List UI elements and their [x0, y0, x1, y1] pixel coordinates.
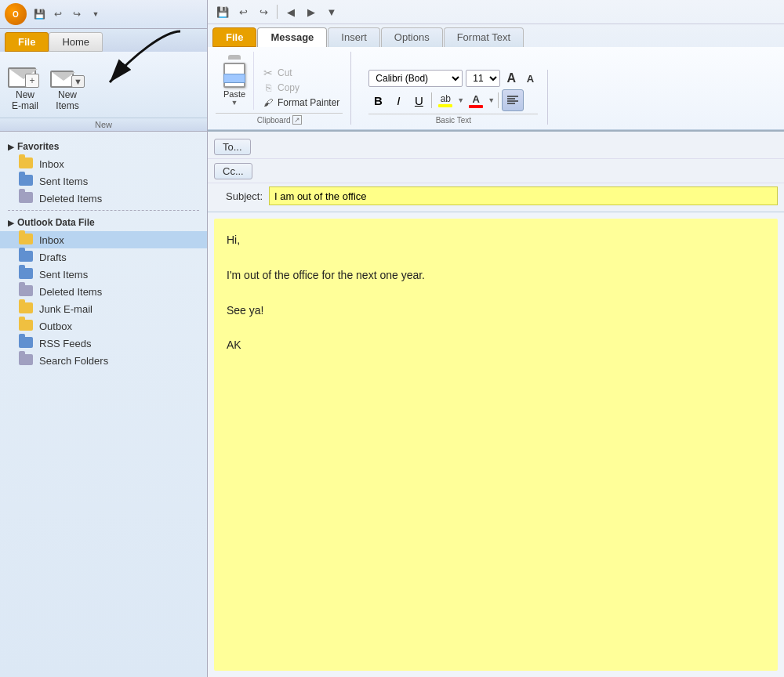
outlook-search-folders[interactable]: Search Folders — [0, 352, 207, 369]
tab-format-text[interactable]: Format Text — [444, 27, 524, 47]
outlook-deleted-icon — [19, 285, 34, 298]
cc-button[interactable]: Cc... — [214, 163, 252, 179]
outlook-search-label: Search Folders — [39, 355, 108, 367]
outlook-rss-icon — [19, 337, 34, 349]
font-separator — [431, 92, 432, 108]
tab-file[interactable]: File — [212, 27, 256, 47]
outlook-rss-feeds[interactable]: RSS Feeds — [0, 335, 207, 352]
favorites-deleted-items[interactable]: Deleted Items — [0, 190, 207, 207]
message-line-4: AK — [227, 336, 765, 353]
outlook-drafts-icon — [19, 251, 34, 263]
copy-button[interactable]: ⎘ Copy — [259, 81, 343, 95]
undo-icon[interactable]: ↩ — [234, 3, 252, 20]
compose-tabs: File Message Insert Options Format Text — [208, 24, 784, 47]
deleted-items-folder-icon — [19, 192, 34, 205]
compose-fields: To... Cc... Subject: — [208, 132, 784, 212]
to-field-row: To... — [208, 135, 784, 159]
message-line-3: See ya! — [227, 302, 765, 319]
undo-quick-btn[interactable]: ↩ — [50, 6, 66, 22]
quick-access-toolbar: 💾 ↩ ↪ ▼ — [31, 6, 103, 22]
favorites-sent-items[interactable]: Sent Items — [0, 172, 207, 190]
outlook-junk-label: Junk E-mail — [39, 303, 93, 315]
sidebar-nav: ▶ Favorites Inbox Sent Items Deleted Ite… — [0, 132, 207, 677]
new-buttons-section: + NewE-mail ▼ NewNew ItemsItems — [0, 52, 207, 118]
compose-toolbar-top: 💾 ↩ ↪ ◀ ▶ ▼ — [208, 0, 784, 24]
dropdown-quick-btn[interactable]: ▼ — [88, 6, 103, 22]
bold-button[interactable]: B — [368, 91, 387, 110]
outlook-inbox[interactable]: Inbox — [0, 231, 207, 248]
outlook-junk-email[interactable]: Junk E-mail — [0, 300, 207, 317]
sidebar-file-tab[interactable]: File — [5, 32, 49, 52]
new-items-button[interactable]: ▼ NewNew ItemsItems — [50, 58, 85, 111]
basic-text-group-title: Basic Text — [368, 114, 538, 125]
highlight-dropdown[interactable]: ▼ — [457, 96, 464, 104]
favorites-header[interactable]: ▶ Favorites — [0, 138, 207, 155]
cut-label: Cut — [278, 67, 292, 78]
clipboard-expand-btn[interactable]: ↗ — [292, 115, 302, 125]
prev-icon[interactable]: ◀ — [282, 3, 299, 20]
highlight-color-button[interactable]: ab — [435, 92, 456, 109]
outlook-data-file-triangle: ▶ — [8, 219, 14, 227]
subject-row: Subject: — [208, 183, 784, 208]
favorites-inbox-label: Inbox — [39, 158, 64, 170]
format-painter-label: Format Painter — [278, 97, 339, 108]
message-line-2: I'm out of the office for the next one y… — [227, 266, 765, 284]
align-left-button[interactable] — [502, 89, 524, 111]
outlook-search-icon — [19, 354, 34, 367]
toolbar-separator — [277, 5, 278, 19]
email-compose-area: 💾 ↩ ↪ ◀ ▶ ▼ File Message Insert Options … — [208, 0, 784, 677]
outlook-data-file-header[interactable]: ▶ Outlook Data File — [0, 214, 207, 231]
font-color-dropdown[interactable]: ▼ — [488, 96, 495, 104]
underline-button[interactable]: U — [409, 91, 428, 110]
outlook-sent-items[interactable]: Sent Items — [0, 266, 207, 283]
cc-input[interactable] — [259, 162, 778, 179]
subject-input[interactable] — [269, 186, 778, 205]
outlook-deleted-label: Deleted Items — [39, 286, 102, 298]
favorites-sent-label: Sent Items — [39, 176, 88, 187]
font-family-select[interactable]: Calibri (Bod) — [368, 70, 463, 87]
tab-insert[interactable]: Insert — [328, 27, 380, 47]
font-color-button[interactable]: A — [466, 92, 486, 110]
tab-message[interactable]: Message — [257, 27, 327, 47]
copy-label: Copy — [278, 82, 299, 93]
outlook-outbox-label: Outbox — [39, 320, 72, 332]
font-size-select[interactable]: 11 — [466, 70, 500, 87]
new-email-button[interactable]: + NewE-mail — [8, 58, 42, 111]
font-grow-button[interactable]: A — [503, 71, 519, 86]
cc-field-row: Cc... — [208, 159, 784, 183]
favorites-deleted-label: Deleted Items — [39, 193, 102, 205]
new-email-label: NewE-mail — [12, 89, 38, 111]
new-items-label: NewNew ItemsItems — [56, 89, 78, 111]
save-icon[interactable]: 💾 — [214, 3, 231, 20]
redo-icon[interactable]: ↪ — [255, 3, 272, 20]
sidebar-home-tab[interactable]: Home — [49, 32, 103, 52]
next-icon[interactable]: ▶ — [303, 3, 320, 20]
compose-ribbon: Paste ▼ ✂ Cut — [208, 47, 784, 130]
to-input[interactable] — [257, 138, 778, 155]
format-painter-button[interactable]: 🖌 Format Painter — [259, 96, 343, 110]
outlook-inbox-icon — [19, 234, 34, 246]
redo-quick-btn[interactable]: ↪ — [69, 6, 85, 22]
favorites-inbox[interactable]: Inbox — [0, 155, 207, 172]
tab-options[interactable]: Options — [381, 27, 443, 47]
outlook-outbox-icon — [19, 320, 34, 332]
outlook-sent-label: Sent Items — [39, 269, 88, 281]
favorites-triangle: ▶ — [8, 143, 14, 151]
italic-button[interactable]: I — [389, 91, 408, 110]
outlook-rss-label: RSS Feeds — [39, 338, 91, 349]
to-button[interactable]: To... — [214, 139, 251, 155]
outlook-drafts[interactable]: Drafts — [0, 248, 207, 266]
save-quick-btn[interactable]: 💾 — [31, 6, 47, 22]
message-body[interactable]: Hi, I'm out of the office for the next o… — [214, 219, 778, 671]
paste-button[interactable]: Paste ▼ — [216, 52, 254, 110]
outlook-sent-icon — [19, 268, 34, 281]
copy-icon: ⎘ — [262, 81, 274, 94]
office-orb[interactable]: O — [5, 3, 27, 25]
nav-separator-1 — [8, 210, 199, 211]
more-icon[interactable]: ▼ — [323, 3, 340, 20]
cut-button[interactable]: ✂ Cut — [259, 66, 343, 80]
font-shrink-button[interactable]: A — [522, 71, 538, 86]
outlook-inbox-label: Inbox — [39, 234, 64, 246]
outlook-deleted-items[interactable]: Deleted Items — [0, 283, 207, 300]
outlook-outbox[interactable]: Outbox — [0, 317, 207, 335]
